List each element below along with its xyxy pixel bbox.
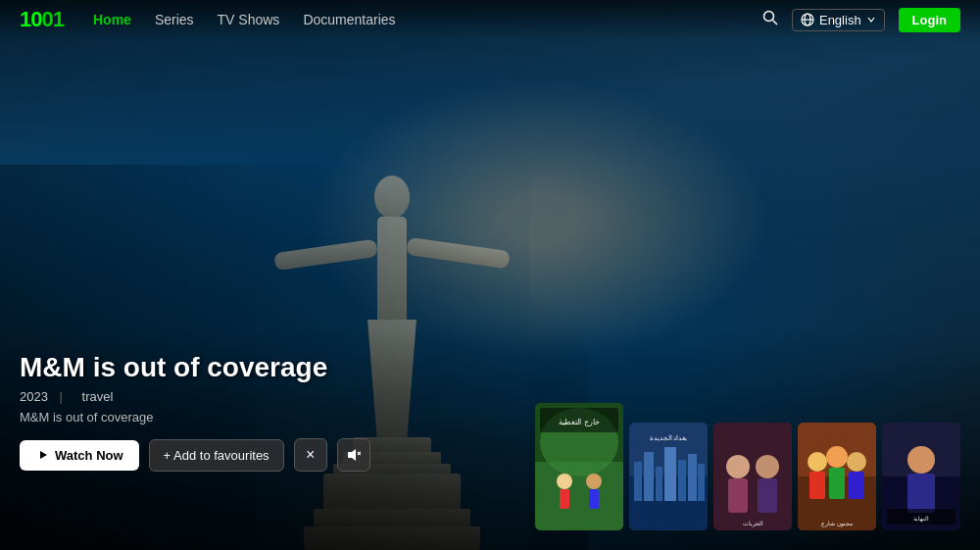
svg-text:بغداد الجديدة: بغداد الجديدة: [650, 434, 688, 441]
svg-rect-40: [713, 423, 792, 530]
svg-rect-25: [560, 489, 569, 509]
svg-text:مجنون شارع: مجنون شارع: [821, 521, 853, 527]
hero-genre: travel: [82, 389, 114, 404]
search-button[interactable]: [762, 10, 778, 29]
hero-description: M&M is out of coverage: [20, 410, 370, 425]
language-selector[interactable]: English: [792, 9, 885, 31]
svg-rect-58: [907, 474, 935, 513]
nav-tvshows[interactable]: TV Shows: [218, 12, 280, 27]
search-icon: [762, 10, 778, 25]
thumbnail-2[interactable]: بغداد الجديدة: [629, 423, 708, 530]
thumbnail-5-image: النهاية: [882, 423, 960, 530]
navbar: 1001 Home Series TV Shows Documentaries …: [0, 0, 980, 39]
svg-rect-27: [589, 489, 599, 509]
svg-rect-36: [678, 460, 686, 501]
thumbnail-5[interactable]: النهاية: [882, 423, 960, 530]
svg-rect-44: [758, 478, 777, 513]
hero-separator: |: [60, 389, 63, 404]
svg-point-43: [756, 455, 779, 478]
login-button[interactable]: Login: [899, 8, 960, 32]
watch-now-label: Watch Now: [55, 448, 123, 463]
svg-rect-49: [809, 472, 825, 499]
nav-series[interactable]: Series: [155, 12, 194, 27]
svg-rect-53: [849, 472, 864, 499]
svg-rect-51: [829, 468, 845, 499]
svg-rect-38: [698, 464, 705, 501]
svg-rect-34: [656, 467, 662, 501]
nav-right: English Login: [762, 8, 960, 32]
close-icon: ×: [306, 446, 315, 464]
logo-text-white: 10: [20, 7, 41, 31]
hero-title: M&M is out of coverage: [20, 352, 370, 383]
close-button[interactable]: ×: [294, 438, 327, 472]
thumbnail-2-image: بغداد الجديدة: [629, 423, 708, 530]
hero-actions: Watch Now + Add to favourites ×: [20, 438, 370, 472]
hero-year: 2023: [20, 389, 48, 404]
language-label: English: [819, 13, 861, 27]
logo-text-green: 01: [41, 7, 63, 31]
thumbnail-1[interactable]: خارج التغطية: [535, 403, 623, 530]
mute-icon: [347, 448, 361, 462]
svg-point-50: [826, 446, 848, 468]
thumbnail-strip: خارج التغطية بغداد الجديدة: [535, 403, 960, 530]
svg-point-48: [808, 452, 827, 472]
hero-content: M&M is out of coverage 2023 | travel M&M…: [20, 352, 370, 472]
thumbnail-3-image: الحريات: [713, 423, 792, 530]
thumbnail-1-image: خارج التغطية: [535, 403, 623, 530]
thumbnail-4-image: مجنون شارع: [798, 423, 876, 530]
svg-rect-32: [634, 462, 642, 501]
svg-point-41: [726, 455, 750, 478]
svg-point-11: [763, 12, 773, 22]
svg-point-52: [847, 452, 866, 472]
add-favourites-button[interactable]: + Add to favourites: [149, 439, 284, 472]
logo[interactable]: 1001: [20, 7, 64, 32]
hero-meta: 2023 | travel: [20, 389, 370, 404]
svg-rect-37: [688, 454, 697, 501]
globe-icon: [801, 13, 814, 26]
nav-documentaries[interactable]: Documentaries: [303, 12, 395, 27]
nav-links: Home Series TV Shows Documentaries: [93, 12, 762, 27]
svg-text:النهاية: النهاية: [913, 516, 929, 523]
play-icon: [35, 448, 49, 462]
thumbnail-3[interactable]: الحريات: [713, 423, 792, 530]
nav-home[interactable]: Home: [93, 12, 131, 27]
svg-rect-42: [728, 478, 748, 513]
svg-text:الحريات: الحريات: [743, 521, 763, 527]
svg-text:خارج التغطية: خارج التغطية: [559, 418, 599, 426]
thumbnail-4[interactable]: مجنون شارع: [798, 423, 876, 530]
svg-rect-35: [664, 447, 676, 501]
svg-rect-33: [644, 452, 654, 501]
svg-marker-18: [348, 449, 356, 461]
chevron-down-icon: [866, 15, 876, 25]
watch-now-button[interactable]: Watch Now: [20, 440, 139, 471]
svg-point-57: [907, 446, 935, 474]
svg-point-26: [586, 474, 602, 489]
svg-point-24: [557, 474, 572, 489]
sound-button[interactable]: [337, 438, 370, 472]
add-favourites-label: + Add to favourites: [164, 448, 270, 463]
svg-line-12: [772, 21, 777, 25]
svg-marker-17: [40, 451, 47, 459]
